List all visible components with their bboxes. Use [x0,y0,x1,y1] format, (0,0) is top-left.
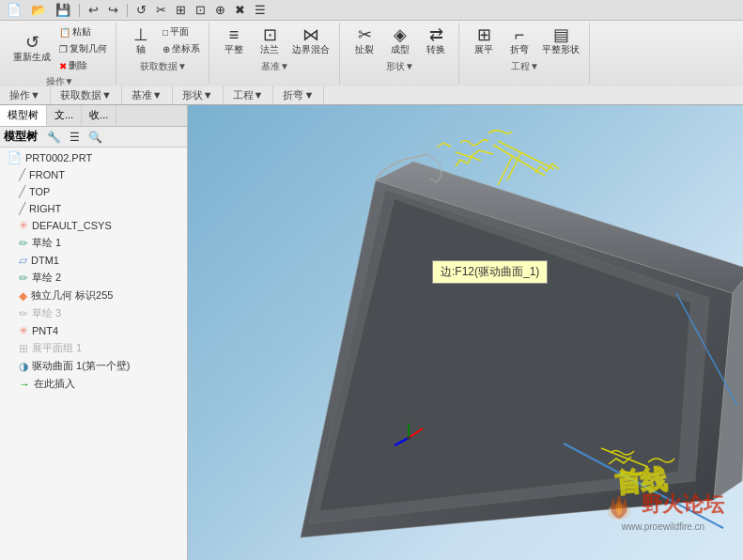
plane-btn[interactable]: □ 平面 [160,24,203,39]
misc-button4[interactable]: ☰ [252,2,269,18]
tree-item-part[interactable]: 📄 PRT0002.PRT [0,149,187,166]
tree-search-btn[interactable]: 🔍 [85,130,105,145]
watermark: 野火论坛 www.proewildfire.cn [602,488,724,532]
datum-icon: ▱ [19,254,27,267]
copy-geo-btn[interactable]: ❐ 复制几何 [56,41,110,56]
tree-item-label: 草绘 1 [32,236,61,250]
left-toolbar: 模型树 🔧 ☰ 🔍 [0,127,187,148]
tab-getdata[interactable]: 获取数据▼ [51,86,122,104]
tear-btn[interactable]: ✂ 扯裂 [348,24,381,58]
group-label-datum: 基准▼ [261,60,289,73]
flange-btn[interactable]: ⊡ 法兰 [253,24,286,58]
tab-shape[interactable]: 形状▼ [173,86,224,104]
tree-item-front[interactable]: ╱ FRONT [0,166,187,183]
tree-item-sketch1[interactable]: ✏ 草绘 1 [0,234,187,252]
btn-label: 重新生成 [13,51,51,64]
delete-btn[interactable]: ✖ 删除 [56,58,110,73]
open-button[interactable]: 📂 [28,2,49,18]
flatten-icon: ≡ [229,26,240,43]
tree-item-top[interactable]: ╱ TOP [0,183,187,200]
boundary-btn[interactable]: ⋈ 边界混合 [288,24,333,58]
flange-icon: ⊡ [263,26,277,43]
copy-geo-icon: ❐ [59,44,68,54]
sketch-icon: ✏ [19,237,28,250]
point-icon: ✳ [19,324,28,337]
misc-button1[interactable]: ⊡ [193,2,209,18]
tree-item-label: PNT4 [32,325,58,336]
flame-icon [602,488,636,521]
misc-button2[interactable]: ⊕ [212,2,228,18]
sketch-icon: ✏ [19,307,28,320]
save-button[interactable]: 💾 [53,2,73,18]
btn-row: ✂ 扯裂 ◈ 成型 ⇄ 转换 [348,24,453,58]
tree-filter-btn[interactable]: ☰ [67,130,83,145]
tree-item-sketch3[interactable]: ✏ 草绘 3 [0,304,187,322]
tab-engineering[interactable]: 工程▼ [224,86,274,104]
tree-item-insert[interactable]: → 在此插入 [0,375,187,393]
plane-icon: ╱ [19,185,25,198]
axis-btn[interactable]: ⊥ 轴 [124,24,158,58]
geom-icon: ◆ [19,289,27,303]
unfold-icon: ⊞ [477,26,491,43]
form-icon: ◈ [394,26,407,43]
model-tree-area: 📄 PRT0002.PRT ╱ FRONT ╱ TOP ╱ RIGHT ✳ DE… [0,148,187,560]
delete-icon: ✖ [59,61,67,71]
flat-icon: ⊞ [19,342,28,355]
tree-item-geom[interactable]: ◆ 独立几何 标识255 [0,287,187,304]
unfold-btn[interactable]: ⊞ 展平 [467,24,501,58]
btn-row: ⊥ 轴 □ 平面 ⊕ 坐标系 [124,24,203,58]
svg-line-8 [498,141,554,169]
convert-icon: ⇄ [429,26,443,43]
svg-line-9 [498,157,512,185]
tree-item-surface[interactable]: ◑ 驱动曲面 1(第一个壁) [0,357,187,375]
form-btn[interactable]: ◈ 成型 [383,24,417,58]
tree-settings-btn[interactable]: 🔧 [44,130,64,145]
regenerate-button[interactable]: ↺ [133,2,149,18]
ribbon-group-getdata: ⊥ 轴 □ 平面 ⊕ 坐标系 获取数据▼ [118,23,209,85]
ribbon-row: ↺ 重新生成 📋 粘贴 ❐ 复制几何 ✖ 删除 [0,21,743,86]
tab-model-tree[interactable]: 模型树 [0,105,47,126]
left-panel: 模型树 文... 收... 模型树 🔧 ☰ 🔍 📄 PRT0002.PRT ╱ … [0,105,188,560]
tree-item-pnt4[interactable]: ✳ PNT4 [0,322,187,339]
svg-marker-1 [376,162,743,293]
bend-btn[interactable]: ⌐ 折弯 [503,24,536,58]
tab-operations[interactable]: 操作▼ [0,86,51,104]
undo-button[interactable]: ↩ [85,2,101,18]
btn-row: ↺ 重新生成 📋 粘贴 ❐ 复制几何 ✖ 删除 [9,24,110,73]
tree-item-right[interactable]: ╱ RIGHT [0,200,187,217]
copy-button[interactable]: ⊞ [173,2,189,18]
separator [127,4,128,17]
ribbon-group-operations: ↺ 重新生成 📋 粘贴 ❐ 复制几何 ✖ 删除 [4,23,116,85]
tree-item-label: 草绘 3 [32,306,61,320]
svg-marker-2 [714,270,743,500]
redo-button[interactable]: ↪ [105,2,121,18]
tree-item-label: 在此插入 [34,377,75,391]
tab-files[interactable]: 文... [47,105,82,126]
tab-collect[interactable]: 收... [82,105,116,126]
tooltip-box: 边:F12(驱动曲面_1) [432,260,548,284]
svg-marker-3 [310,190,709,523]
misc-button3[interactable]: ✖ [232,2,248,18]
regenerate-btn[interactable]: ↺ 重新生成 [9,24,54,73]
svg-point-16 [407,436,410,440]
csys-btn[interactable]: ⊕ 坐标系 [160,41,203,56]
sketch-icon: ✏ [19,272,28,285]
ribbon-group-engineering: ⊞ 展平 ⌐ 折弯 ▤ 平整形状 工程▼ [461,23,590,85]
new-button[interactable]: 📄 [4,2,24,18]
ribbon-group-datum: ≡ 平整 ⊡ 法兰 ⋈ 边界混合 基准▼ [211,23,340,85]
convert-btn[interactable]: ⇄ 转换 [419,24,453,58]
tab-bend[interactable]: 折弯▼ [273,86,324,104]
cut-button[interactable]: ✂ [153,2,169,18]
paste-btn[interactable]: 📋 粘贴 [56,24,110,39]
tree-item-flatgroup[interactable]: ⊞ 展平面组 1 [0,339,187,357]
tree-item-sketch2[interactable]: ✏ 草绘 2 [0,269,187,287]
coord-axes [390,419,427,457]
viewport[interactable]: 首线 边:F12(驱动曲面_1) 野火论坛 w [188,105,743,560]
left-tab-bar: 模型树 文... 收... [0,105,187,127]
flat-shape-btn[interactable]: ▤ 平整形状 [538,24,583,58]
tab-datum[interactable]: 基准▼ [122,86,173,104]
flatten-btn[interactable]: ≡ 平整 [217,24,251,58]
watermark-url: www.proewildfire.cn [602,521,724,532]
tree-item-dtm1[interactable]: ▱ DTM1 [0,252,187,269]
tree-item-csys[interactable]: ✳ DEFAULT_CSYS [0,217,187,234]
